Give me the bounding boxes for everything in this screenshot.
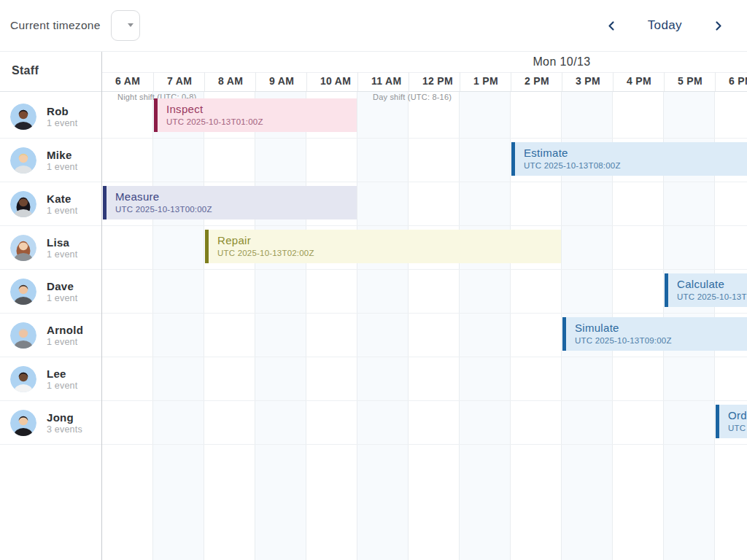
grid-column[interactable] bbox=[102, 92, 153, 560]
row-divider bbox=[0, 182, 747, 182]
staff-info: Kate 1 event bbox=[47, 192, 77, 217]
row-divider bbox=[0, 313, 747, 314]
time-label: 6 PM bbox=[715, 72, 747, 91]
chevron-right-icon bbox=[713, 20, 724, 31]
event-title: Estimate bbox=[524, 146, 621, 160]
event[interactable]: Measure UTC 2025-10-13T00:00Z bbox=[103, 186, 357, 219]
avatar bbox=[10, 279, 36, 305]
row-divider bbox=[0, 357, 747, 357]
staff-row: Mike 1 event bbox=[0, 139, 102, 182]
today-button[interactable]: Today bbox=[643, 18, 686, 34]
staff-name: Rob bbox=[47, 105, 77, 119]
event-content: Measure UTC 2025-10-13T00:00Z bbox=[107, 186, 212, 219]
prev-button[interactable] bbox=[603, 18, 620, 34]
staff-event-count: 1 event bbox=[47, 249, 77, 260]
staff-name: Jong bbox=[47, 411, 82, 425]
staff-event-count: 3 events bbox=[47, 424, 82, 435]
event[interactable]: Ord UTC bbox=[716, 405, 747, 438]
next-button[interactable] bbox=[710, 18, 727, 34]
grid-column[interactable] bbox=[255, 92, 306, 560]
staff-name: Dave bbox=[47, 280, 77, 294]
staff-info: Rob 1 event bbox=[47, 105, 77, 129]
avatar bbox=[10, 104, 36, 130]
event[interactable]: Inspect UTC 2025-10-13T01:00Z bbox=[154, 98, 357, 132]
staff-info: Lee 1 event bbox=[47, 368, 77, 392]
staff-event-count: 1 event bbox=[47, 162, 77, 172]
event-time: UTC 2025-10-13T02:00Z bbox=[217, 249, 314, 257]
staff-name: Lisa bbox=[47, 236, 77, 250]
avatar bbox=[10, 410, 36, 436]
event-title: Inspect bbox=[166, 102, 263, 117]
row-divider bbox=[0, 138, 747, 139]
person-icon bbox=[10, 191, 36, 217]
grid-column[interactable] bbox=[409, 92, 460, 560]
time-label: 11 AM bbox=[357, 72, 409, 91]
time-label: 8 AM bbox=[204, 72, 255, 91]
toolbar: Current timezone Today bbox=[0, 0, 747, 52]
staff-info: Dave 1 event bbox=[47, 280, 77, 304]
staff-event-count: 1 event bbox=[47, 206, 77, 216]
grid-column[interactable] bbox=[153, 92, 204, 560]
staff-row: Lee 1 event bbox=[0, 357, 102, 401]
person-icon bbox=[10, 366, 36, 392]
event[interactable]: Calculate UTC 2025-10-13T1 bbox=[665, 273, 747, 307]
row-divider bbox=[0, 225, 747, 226]
event[interactable]: Estimate UTC 2025-10-13T08:00Z bbox=[511, 142, 747, 176]
time-label: 10 AM bbox=[306, 72, 357, 91]
staff-row: Rob 1 event bbox=[0, 95, 102, 139]
chevron-down-icon bbox=[128, 23, 133, 27]
header-divider bbox=[0, 91, 747, 92]
staff-event-count: 1 event bbox=[47, 381, 77, 391]
staff-info: Lisa 1 event bbox=[47, 236, 77, 260]
time-label: 6 AM bbox=[102, 72, 153, 91]
shift-label: Day shift (UTC: 8-16) bbox=[373, 93, 452, 101]
event-content: Inspect UTC 2025-10-13T01:00Z bbox=[158, 98, 263, 132]
person-icon bbox=[10, 322, 36, 349]
time-header-row: 6 AM7 AM8 AM9 AM10 AM11 AM12 PM1 PM2 PM3… bbox=[102, 72, 747, 91]
event-content: Calculate UTC 2025-10-13T1 bbox=[668, 273, 747, 307]
event-title: Measure bbox=[115, 190, 212, 204]
staff-info: Arnold 1 event bbox=[47, 324, 83, 348]
person-icon bbox=[10, 410, 36, 436]
event-title: Ord bbox=[728, 408, 747, 423]
staff-name: Lee bbox=[47, 368, 77, 381]
staff-info: Mike 1 event bbox=[47, 149, 77, 173]
scheduler-app: Current timezone Today Staff Mon 10/13 6… bbox=[0, 0, 747, 560]
date-header: Mon 10/13 bbox=[102, 52, 747, 72]
staff-column-header: Staff bbox=[12, 64, 39, 77]
event[interactable]: Repair UTC 2025-10-13T02:00Z bbox=[205, 230, 561, 263]
time-label: 2 PM bbox=[511, 72, 562, 91]
staff-info: Jong 3 events bbox=[47, 411, 82, 435]
time-label: 3 PM bbox=[562, 72, 613, 91]
row-divider bbox=[0, 444, 747, 445]
staff-row: Arnold 1 event bbox=[0, 314, 102, 357]
event-time: UTC bbox=[728, 424, 747, 432]
grid-column[interactable] bbox=[460, 92, 511, 560]
staff-name: Mike bbox=[47, 149, 77, 163]
staff-row: Lisa 1 event bbox=[0, 226, 102, 270]
grid-column[interactable] bbox=[306, 92, 357, 560]
event-title: Simulate bbox=[575, 321, 672, 335]
grid-column[interactable] bbox=[204, 92, 255, 560]
timezone-group: Current timezone bbox=[0, 10, 140, 41]
event-time: UTC 2025-10-13T00:00Z bbox=[115, 205, 212, 214]
grid-column[interactable] bbox=[357, 92, 409, 560]
event-content: Ord UTC bbox=[719, 405, 747, 438]
date-navigator: Today bbox=[603, 18, 747, 34]
event[interactable]: Simulate UTC 2025-10-13T09:00Z bbox=[562, 317, 747, 351]
time-label: 4 PM bbox=[613, 72, 664, 91]
row-divider bbox=[0, 269, 747, 270]
event-content: Simulate UTC 2025-10-13T09:00Z bbox=[566, 317, 672, 351]
event-time: UTC 2025-10-13T1 bbox=[677, 292, 747, 301]
timezone-label: Current timezone bbox=[10, 19, 101, 32]
person-icon bbox=[10, 235, 36, 261]
staff-name: Arnold bbox=[47, 324, 83, 338]
time-label: 1 PM bbox=[460, 72, 511, 91]
person-icon bbox=[10, 104, 36, 130]
event-title: Repair bbox=[217, 233, 314, 248]
timezone-select[interactable] bbox=[111, 10, 140, 41]
staff-grid-separator bbox=[101, 51, 102, 560]
event-content: Estimate UTC 2025-10-13T08:00Z bbox=[515, 142, 621, 176]
staff-event-count: 1 event bbox=[47, 118, 77, 128]
event-time: UTC 2025-10-13T08:00Z bbox=[524, 161, 621, 170]
